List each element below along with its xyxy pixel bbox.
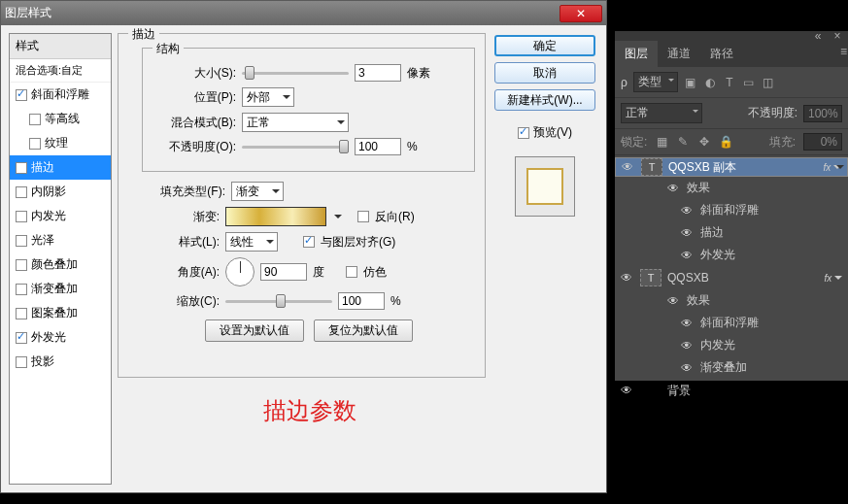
- style-item[interactable]: 内阴影: [10, 180, 111, 204]
- cancel-button[interactable]: 取消: [494, 62, 595, 84]
- effect-item[interactable]: 👁描边: [615, 221, 848, 244]
- style-item[interactable]: 斜面和浮雕: [10, 83, 111, 107]
- align-label: 与图层对齐(G): [321, 234, 395, 251]
- angle-dial[interactable]: [225, 257, 254, 286]
- effects-row[interactable]: 👁效果: [615, 289, 848, 312]
- style-item[interactable]: 颜色叠加: [10, 252, 111, 277]
- opacity-value[interactable]: 100%: [803, 105, 842, 122]
- visibility-icon[interactable]: 👁: [681, 226, 695, 240]
- tab-layers[interactable]: 图层: [615, 41, 658, 67]
- titlebar[interactable]: 图层样式 ✕: [1, 1, 606, 25]
- new-style-button[interactable]: 新建样式(W)...: [494, 89, 595, 111]
- settings-area: 描边 结构 大小(S): 像素 位置(P): 外部 混合模式(B):: [118, 33, 486, 485]
- scale-input[interactable]: [338, 292, 385, 310]
- make-default-button[interactable]: 设置为默认值: [205, 319, 304, 342]
- position-select[interactable]: 外部: [242, 87, 294, 107]
- effect-item[interactable]: 👁渐变叠加: [615, 356, 848, 379]
- visibility-icon[interactable]: 👁: [621, 271, 634, 285]
- style-checkbox[interactable]: [29, 114, 41, 125]
- style-item[interactable]: 等高线: [10, 107, 111, 131]
- effect-item[interactable]: 👁外发光: [615, 244, 848, 266]
- style-item[interactable]: 渐变叠加: [10, 277, 111, 301]
- lock-transparency-icon[interactable]: ▦: [655, 136, 668, 148]
- collapse-icon[interactable]: «: [811, 30, 825, 42]
- preview-checkbox[interactable]: [518, 127, 529, 139]
- visibility-icon[interactable]: 👁: [621, 384, 634, 397]
- style-item[interactable]: 外发光: [10, 325, 111, 350]
- style-checkbox[interactable]: [16, 89, 27, 101]
- style-checkbox[interactable]: [16, 259, 27, 271]
- fx-badge[interactable]: fx: [823, 162, 841, 173]
- visibility-icon[interactable]: 👁: [667, 294, 681, 308]
- style-checkbox[interactable]: [16, 284, 27, 295]
- style-item[interactable]: 内发光: [10, 204, 111, 228]
- filter-shape-icon[interactable]: ▭: [742, 77, 756, 88]
- effects-label: 效果: [687, 292, 710, 309]
- fill-value[interactable]: 0%: [803, 133, 842, 151]
- filter-adjust-icon[interactable]: ◐: [703, 77, 717, 88]
- fx-badge[interactable]: fx: [824, 273, 842, 284]
- layer-row[interactable]: 👁背景: [615, 379, 848, 402]
- style-checkbox[interactable]: [16, 356, 27, 368]
- tab-paths[interactable]: 路径: [700, 41, 743, 67]
- style-checkbox[interactable]: [16, 235, 27, 247]
- visibility-icon[interactable]: 👁: [681, 204, 695, 218]
- style-item[interactable]: 光泽: [10, 228, 111, 252]
- style-label: 投影: [31, 353, 54, 370]
- effects-row[interactable]: 👁效果: [615, 177, 848, 199]
- layer-name: QQSXB 副本: [668, 159, 736, 176]
- effects-label: 效果: [687, 180, 710, 196]
- annotation-text: 描边参数: [263, 395, 356, 426]
- style-checkbox[interactable]: [16, 186, 27, 198]
- style-checkbox[interactable]: [16, 332, 27, 344]
- style-list-header[interactable]: 样式: [10, 34, 111, 59]
- size-slider[interactable]: [242, 72, 349, 75]
- scale-slider[interactable]: [225, 300, 332, 303]
- visibility-icon[interactable]: 👁: [681, 339, 695, 353]
- blend-mode-select[interactable]: 正常: [621, 103, 702, 123]
- lock-pixels-icon[interactable]: ✎: [676, 136, 690, 148]
- opacity-slider[interactable]: [242, 146, 349, 149]
- kind-select[interactable]: 类型: [633, 72, 678, 92]
- filter-smart-icon[interactable]: ◫: [762, 77, 775, 88]
- ok-button[interactable]: 确定: [494, 35, 595, 56]
- tab-channels[interactable]: 通道: [658, 41, 700, 67]
- reset-default-button[interactable]: 复位为默认值: [314, 319, 413, 342]
- style-select[interactable]: 线性: [225, 232, 278, 252]
- visibility-icon[interactable]: 👁: [681, 361, 695, 375]
- blend-select[interactable]: 正常: [242, 113, 349, 132]
- style-item[interactable]: 纹理: [10, 131, 111, 155]
- style-label: 内阴影: [31, 184, 66, 200]
- align-checkbox[interactable]: [303, 236, 315, 248]
- style-item[interactable]: 投影: [10, 350, 111, 374]
- reverse-checkbox[interactable]: [357, 211, 369, 222]
- visibility-icon[interactable]: 👁: [681, 249, 695, 262]
- blend-options-item[interactable]: 混合选项:自定: [10, 59, 111, 83]
- gradient-picker[interactable]: [225, 207, 326, 226]
- opacity-input[interactable]: [355, 138, 401, 155]
- style-checkbox[interactable]: [16, 162, 27, 174]
- effect-item[interactable]: 👁内发光: [615, 334, 848, 356]
- effect-item[interactable]: 👁斜面和浮雕: [615, 199, 848, 221]
- layer-row[interactable]: 👁TQQSXB 副本fx: [615, 157, 848, 177]
- filter-type-icon[interactable]: T: [723, 77, 736, 88]
- visibility-icon[interactable]: 👁: [622, 160, 635, 174]
- filltype-select[interactable]: 渐变: [231, 182, 284, 201]
- effect-item[interactable]: 👁斜面和浮雕: [615, 312, 848, 334]
- visibility-icon[interactable]: 👁: [667, 182, 681, 195]
- style-item[interactable]: 描边: [10, 155, 111, 180]
- lock-all-icon[interactable]: 🔒: [719, 136, 732, 148]
- angle-input[interactable]: [260, 263, 307, 281]
- style-item[interactable]: 图案叠加: [10, 301, 111, 325]
- visibility-icon[interactable]: 👁: [681, 317, 695, 330]
- filter-image-icon[interactable]: ▣: [684, 77, 697, 88]
- layer-row[interactable]: 👁TQQSXBfx: [615, 266, 848, 289]
- style-checkbox[interactable]: [29, 138, 41, 150]
- lock-position-icon[interactable]: ✥: [697, 136, 711, 148]
- style-checkbox[interactable]: [16, 211, 27, 222]
- panel-menu-icon[interactable]: ≡: [834, 41, 848, 52]
- size-input[interactable]: [355, 64, 401, 82]
- dither-checkbox[interactable]: [346, 266, 357, 278]
- close-button[interactable]: ✕: [560, 5, 602, 22]
- style-checkbox[interactable]: [16, 308, 27, 319]
